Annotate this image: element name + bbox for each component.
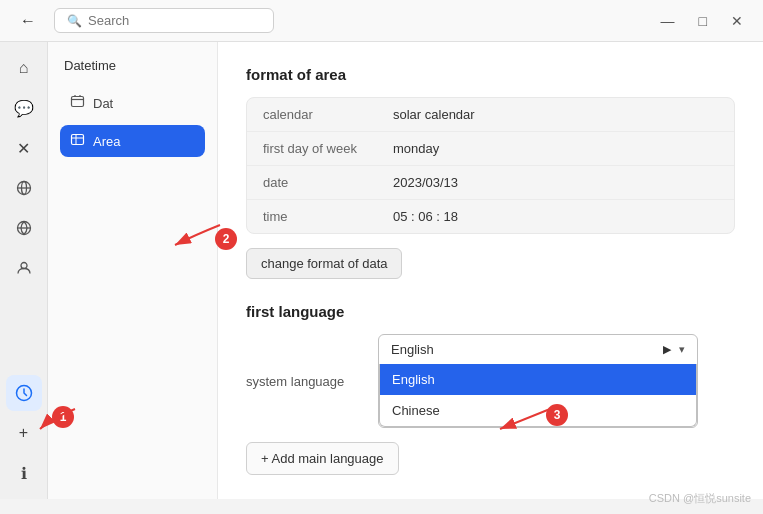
format-row-calendar: calendar solar calendar bbox=[247, 98, 734, 132]
search-input[interactable] bbox=[88, 13, 261, 28]
dropdown-arrow-icon: ▾ bbox=[679, 343, 685, 356]
titlebar: ← 🔍 — □ ✕ bbox=[0, 0, 763, 42]
nav-item-area-label: Area bbox=[93, 134, 120, 149]
time-label: time bbox=[263, 209, 393, 224]
sidebar-item-browser[interactable] bbox=[6, 170, 42, 206]
back-button[interactable]: ← bbox=[12, 8, 44, 34]
search-bar: 🔍 bbox=[54, 8, 274, 33]
content-area: format of area calendar solar calendar f… bbox=[218, 42, 763, 499]
change-format-button[interactable]: change format of data bbox=[246, 248, 402, 279]
icon-sidebar: ⌂ 💬 ✕ + ℹ bbox=[0, 42, 48, 499]
language-section-title: first language bbox=[246, 303, 735, 320]
format-row-time: time 05 : 06 : 18 bbox=[247, 200, 734, 233]
time-value: 05 : 06 : 18 bbox=[393, 209, 458, 224]
sidebar-title: Datetime bbox=[60, 58, 205, 73]
main-layout: ⌂ 💬 ✕ + ℹ Datetime bbox=[0, 42, 763, 499]
minimize-button[interactable]: — bbox=[653, 11, 683, 31]
close-button[interactable]: ✕ bbox=[723, 11, 751, 31]
calendar-value: solar calendar bbox=[393, 107, 475, 122]
format-table: calendar solar calendar first day of wee… bbox=[246, 97, 735, 234]
option-chinese[interactable]: Chinese bbox=[380, 395, 696, 426]
nav-item-dat-label: Dat bbox=[93, 96, 113, 111]
dat-icon bbox=[70, 94, 85, 112]
nav-item-dat[interactable]: Dat bbox=[60, 87, 205, 119]
svg-rect-11 bbox=[72, 135, 84, 145]
language-dropdown-wrapper: English ▶ ▾ English Chinese bbox=[378, 334, 698, 428]
calendar-label: calendar bbox=[263, 107, 393, 122]
sidebar-item-tools[interactable]: ✕ bbox=[6, 130, 42, 166]
nav-item-area[interactable]: Area bbox=[60, 125, 205, 157]
add-language-button[interactable]: + Add main language bbox=[246, 442, 399, 475]
language-row: system language English ▶ ▾ English C bbox=[246, 334, 735, 428]
dropdown-mid-arrow-icon: ▶ bbox=[663, 343, 671, 356]
format-row-date: date 2023/03/13 bbox=[247, 166, 734, 200]
dropdown-selected-text: English bbox=[391, 342, 434, 357]
svg-rect-7 bbox=[72, 97, 84, 107]
svg-point-5 bbox=[21, 263, 27, 269]
sidebar-item-add[interactable]: + bbox=[6, 415, 42, 451]
sidebar-item-globe[interactable] bbox=[6, 210, 42, 246]
system-language-label: system language bbox=[246, 374, 366, 389]
format-section-title: format of area bbox=[246, 66, 735, 83]
search-icon: 🔍 bbox=[67, 14, 82, 28]
nav-sidebar: Datetime Dat Area bbox=[48, 42, 218, 499]
language-dropdown[interactable]: English ▶ ▾ English Chinese bbox=[378, 334, 698, 428]
window-controls: — □ ✕ bbox=[653, 11, 751, 31]
sidebar-item-clock[interactable] bbox=[6, 375, 42, 411]
sidebar-item-home[interactable]: ⌂ bbox=[6, 50, 42, 86]
maximize-button[interactable]: □ bbox=[691, 11, 715, 31]
firstday-label: first day of week bbox=[263, 141, 393, 156]
date-value: 2023/03/13 bbox=[393, 175, 458, 190]
format-row-firstday: first day of week monday bbox=[247, 132, 734, 166]
dropdown-selected[interactable]: English ▶ ▾ bbox=[379, 335, 697, 364]
sidebar-item-user[interactable] bbox=[6, 250, 42, 286]
date-label: date bbox=[263, 175, 393, 190]
titlebar-left: ← 🔍 bbox=[12, 8, 274, 34]
option-english[interactable]: English bbox=[380, 364, 696, 395]
watermark: CSDN @恒悦sunsite bbox=[649, 491, 751, 506]
sidebar-item-chat[interactable]: 💬 bbox=[6, 90, 42, 126]
dropdown-options: English Chinese bbox=[379, 364, 697, 427]
firstday-value: monday bbox=[393, 141, 439, 156]
sidebar-item-info[interactable]: ℹ bbox=[6, 455, 42, 491]
area-icon bbox=[70, 132, 85, 150]
